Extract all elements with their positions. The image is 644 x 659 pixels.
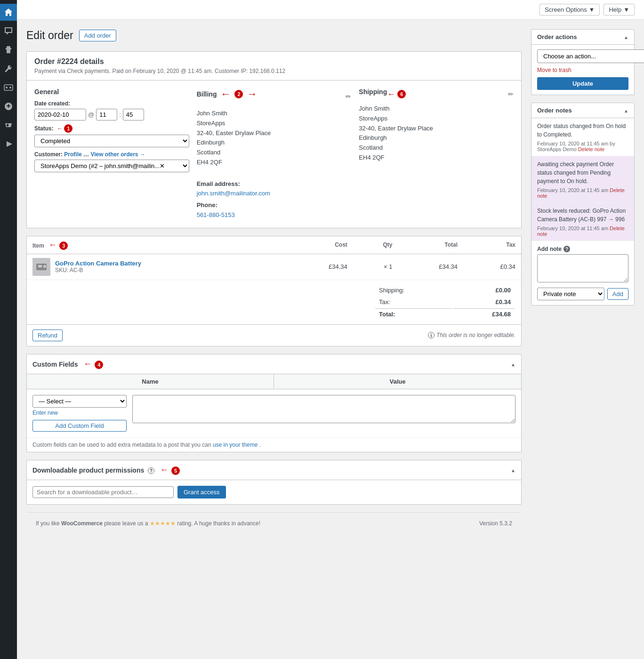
- sidebar-icon-comments[interactable]: [0, 23, 17, 40]
- order-actions-header: Order actions: [531, 30, 634, 45]
- right-column: Order actions Choose an action... Email …: [531, 29, 635, 650]
- svg-rect-1: [4, 85, 13, 90]
- add-note-label: Add note ?: [537, 246, 628, 252]
- shipping-address: John Smith StoreApps 32-40, Easter Dryla…: [359, 104, 514, 163]
- custom-select-wrapper: — Select — Enter new Add Custom Field: [32, 395, 127, 432]
- billing-email[interactable]: john.smith@mailinator.com: [197, 190, 270, 197]
- shipping-section-title: Shipping: [359, 88, 387, 96]
- billing-county: Scotland: [197, 148, 352, 158]
- shipping-city: Edinburgh: [359, 133, 514, 143]
- downloadable-collapse[interactable]: [511, 466, 515, 474]
- note-item-1: Order status changed from On hold to Com…: [531, 118, 634, 156]
- use-in-theme-link[interactable]: use in your theme: [213, 442, 258, 448]
- custom-fields-card: Custom Fields ← 4 Name Value — Sel: [26, 354, 522, 452]
- sidebar-icon-plus[interactable]: [0, 98, 17, 115]
- order-notes-card: Order notes Order status changed from On…: [531, 103, 635, 305]
- action-select-row: Choose an action... Email invoice / orde…: [537, 49, 628, 63]
- item-tax: £0.34: [463, 254, 521, 280]
- col-qty: Qty: [353, 236, 398, 254]
- custom-fields-table-header: Name Value: [27, 374, 521, 389]
- search-downloadable-input[interactable]: [32, 486, 174, 498]
- custom-field-value-input[interactable]: [132, 395, 515, 423]
- downloadable-help-icon[interactable]: ?: [148, 467, 154, 474]
- sidebar-icon-tools[interactable]: [0, 60, 17, 77]
- custom-fields-header: Custom Fields ← 4: [27, 354, 521, 374]
- shipping-header-row: Shipping ← 6 ✏: [359, 88, 514, 100]
- note-textarea[interactable]: [537, 254, 628, 282]
- svg-rect-0: [7, 46, 10, 48]
- customer-select[interactable]: StoreApps Demo (#2 – john.smith@mailin..…: [34, 160, 189, 172]
- billing-phone[interactable]: 561-880-5153: [197, 211, 235, 218]
- order-actions-collapse[interactable]: [624, 33, 628, 40]
- billing-edit-icon[interactable]: ✏: [346, 93, 351, 100]
- shipping-total-value: £0.00: [453, 285, 515, 296]
- note-type-select[interactable]: Private note Note to customer: [537, 288, 604, 300]
- grant-access-button[interactable]: Grant access: [177, 486, 226, 498]
- screen-options-button[interactable]: Screen Options ▼: [539, 4, 600, 16]
- status-select[interactable]: Completed: [34, 135, 189, 147]
- col-tax: Tax: [463, 236, 521, 254]
- date-created-row: Date created: @ :: [34, 100, 189, 121]
- tax-total-value: £0.34: [453, 297, 515, 307]
- downloadable-header: Downloadable product permissions ? ← 5: [27, 460, 521, 480]
- screen-options-label: Screen Options: [545, 6, 587, 13]
- name-col-header: Name: [27, 374, 274, 389]
- add-custom-field-button[interactable]: Add Custom Field: [32, 420, 127, 432]
- items-card: Item ← 3 Cost Qty Total Tax: [26, 236, 522, 346]
- svg-point-3: [9, 87, 11, 88]
- sidebar-icon-woo[interactable]: [0, 79, 17, 96]
- enter-new-link[interactable]: Enter new: [32, 410, 127, 416]
- item-total: £34.34: [398, 254, 463, 280]
- content-area: Edit order Add order Order #2224 details…: [17, 20, 644, 659]
- note-meta-3: February 10, 2020 at 11:45 am Delete not…: [537, 225, 628, 237]
- help-button[interactable]: Help ▼: [604, 4, 635, 16]
- order-action-select[interactable]: Choose an action... Email invoice / orde…: [537, 49, 644, 63]
- billing-section: Billing ← 2 → ✏ John Smith StoreApps: [197, 88, 352, 220]
- date-input[interactable]: [34, 109, 86, 121]
- sidebar: [0, 0, 17, 659]
- move-to-trash-link[interactable]: Move to trash: [537, 67, 628, 73]
- items-table: Item ← 3 Cost Qty Total Tax: [27, 236, 521, 280]
- col-item: Item ← 3: [27, 236, 288, 254]
- custom-fields-body: — Select — Enter new Add Custom Field: [27, 389, 521, 437]
- sidebar-icon-play[interactable]: [0, 136, 17, 153]
- billing-city: Edinburgh: [197, 138, 352, 148]
- colon: :: [119, 111, 121, 118]
- note-text-1: Order status changed from On hold to Com…: [537, 122, 628, 139]
- item-qty: × 1: [353, 254, 398, 280]
- view-orders-link[interactable]: View other orders →: [90, 151, 145, 158]
- sidebar-icon-game[interactable]: [0, 117, 17, 134]
- delete-note-1[interactable]: Delete note: [578, 146, 604, 152]
- downloadable-body: Grant access: [27, 480, 521, 504]
- add-note-help-icon[interactable]: ?: [564, 246, 570, 252]
- shipping-name: John Smith: [359, 104, 514, 114]
- footer-stars: ★★★★★: [150, 520, 176, 527]
- billing-email-label: Email address:: [197, 179, 352, 189]
- billing-header-row: Billing ← 2 → ✏: [197, 88, 352, 105]
- minute-input[interactable]: [123, 109, 144, 121]
- order-details-card: Order #2224 details Payment via Check pa…: [26, 51, 522, 228]
- sidebar-icon-home[interactable]: [0, 4, 17, 21]
- add-order-button[interactable]: Add order: [79, 30, 116, 41]
- hour-input[interactable]: [96, 109, 117, 121]
- grand-total-row: Total: £34.68: [375, 308, 515, 320]
- refund-button[interactable]: Refund: [32, 330, 63, 341]
- svg-rect-5: [38, 265, 42, 267]
- custom-field-select[interactable]: — Select —: [32, 395, 127, 408]
- shipping-edit-icon[interactable]: ✏: [508, 90, 514, 98]
- custom-fields-collapse[interactable]: [511, 361, 515, 368]
- update-button[interactable]: Update: [537, 77, 628, 90]
- main-content: Screen Options ▼ Help ▼ Edit order Add o…: [17, 0, 644, 659]
- billing-address: 32-40, Easter Drylaw Place: [197, 129, 352, 138]
- profile-link[interactable]: Profile: [64, 151, 81, 158]
- shipping-total-row: Shipping: £0.00: [375, 285, 515, 296]
- sidebar-icon-plugins[interactable]: [0, 41, 17, 58]
- status-label: Status: ← 1: [34, 124, 189, 133]
- add-note-button[interactable]: Add: [607, 288, 628, 300]
- left-column: Edit order Add order Order #2224 details…: [26, 29, 522, 650]
- item-name-link[interactable]: GoPro Action Camera Battery: [55, 260, 141, 267]
- order-notes-header: Order notes: [531, 103, 634, 118]
- shipping-total-label: Shipping:: [375, 285, 452, 296]
- order-notes-collapse[interactable]: [624, 107, 628, 114]
- order-details-meta: Payment via Check payments. Paid on Febr…: [34, 68, 514, 74]
